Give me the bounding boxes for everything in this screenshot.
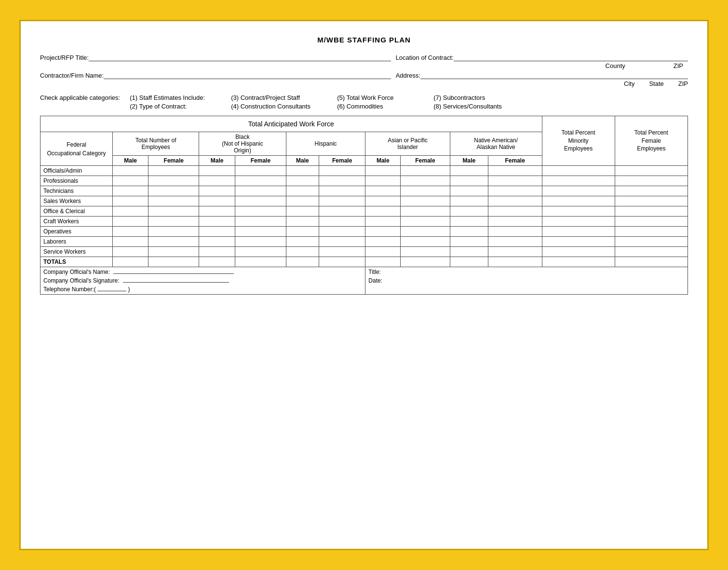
row-officials-am: [365, 166, 401, 176]
telephone-label: Telephone Number:(: [43, 286, 96, 293]
row-craft-am: [365, 217, 401, 227]
project-rfp-line: [89, 53, 391, 61]
row-officials-tf: [148, 166, 199, 176]
zip-label: ZIP: [674, 62, 683, 69]
row-laborers-nm: [450, 237, 488, 247]
total-female-sub-header: Female: [148, 156, 199, 166]
row-laborers-hf: [319, 237, 365, 247]
row-office-hf: [319, 206, 365, 217]
row-service-pfem: [615, 247, 688, 257]
row-officials-hm: [286, 166, 319, 176]
row-professionals-am: [365, 176, 401, 186]
row-office: Office & Clerical: [40, 206, 688, 217]
row-craft-hf: [319, 217, 365, 227]
row-professionals-nm: [450, 176, 488, 186]
totals-pmin: [542, 257, 615, 267]
row-technicians-tf: [148, 186, 199, 196]
state-label: State: [649, 80, 663, 87]
row-professionals-hf: [319, 176, 365, 186]
row-professionals-tm: [113, 176, 148, 186]
row-professionals: Professionals: [40, 176, 688, 186]
col-hispanic-header: Hispanic: [286, 132, 365, 156]
row-service-label: Service Workers: [40, 247, 113, 257]
row-technicians-af: [401, 186, 450, 196]
row-professionals-hm: [286, 176, 319, 186]
row-technicians-label: Technicians: [40, 186, 113, 196]
black-female-header: Female: [235, 156, 286, 166]
row-sales-pmin: [542, 196, 615, 206]
row-craft-tf: [148, 217, 199, 227]
row-office-af: [401, 206, 450, 217]
row-contractor: Contractor/Firm Name: Address:: [40, 70, 688, 79]
location-label: Location of Contract:: [396, 54, 454, 61]
row-technicians-bf: [235, 186, 286, 196]
row-office-nf: [488, 206, 542, 217]
row-officials-pfem: [615, 166, 688, 176]
row-technicians-hm: [286, 186, 319, 196]
page: M/WBE STAFFING PLAN Project/RFP Title: L…: [19, 20, 709, 550]
row-craft-af: [401, 217, 450, 227]
categories-row: Check applicable categories: (1) Staff E…: [40, 94, 688, 110]
row-project: Project/RFP Title: Location of Contract:: [40, 53, 688, 61]
total-female-header: Total PercentFemaleEmployees: [615, 116, 688, 166]
totals-hm: [286, 257, 319, 267]
contractor-label: Contractor/Firm Name:: [40, 72, 104, 79]
row-professionals-tf: [148, 176, 199, 186]
cat-3: (3) Contract/Project Staff: [231, 94, 337, 101]
row-technicians-nf: [488, 186, 542, 196]
totals-tm: [113, 257, 148, 267]
row-office-bf: [235, 206, 286, 217]
table-body: Officials/Admin Professionals: [40, 166, 688, 295]
row-office-pmin: [542, 206, 615, 217]
row-craft-pmin: [542, 217, 615, 227]
row-sales-bm: [199, 196, 235, 206]
row-office-tf: [148, 206, 199, 217]
row-sales-am: [365, 196, 401, 206]
col-total-emp-header: Total Number ofEmployees: [113, 132, 199, 156]
row-sales-bf: [235, 196, 286, 206]
row-service-nm: [450, 247, 488, 257]
staffing-table: Total Anticipated Work Force Total Perce…: [40, 116, 688, 295]
company-name-line: Company Official's Name:: [43, 269, 363, 275]
totals-hf: [319, 257, 365, 267]
footer-right: Title: Date:: [365, 267, 688, 295]
row-technicians-bm: [199, 186, 235, 196]
row-office-pfem: [615, 206, 688, 217]
row-officials-bm: [199, 166, 235, 176]
footer-row: Company Official's Name: Company Officia…: [40, 267, 688, 295]
totals-nf: [488, 257, 542, 267]
row-officials-nm: [450, 166, 488, 176]
row-sales: Sales Workers: [40, 196, 688, 206]
company-sig-label: Company Official's Signature:: [43, 277, 119, 284]
row-operatives-nf: [488, 227, 542, 237]
row-craft-bm: [199, 217, 235, 227]
totals-am: [365, 257, 401, 267]
row-service-bf: [235, 247, 286, 257]
row-laborers-am: [365, 237, 401, 247]
row-service-bm: [199, 247, 235, 257]
row-officials-nf: [488, 166, 542, 176]
row-operatives-af: [401, 227, 450, 237]
col-black-header: Black(Not of HispanicOrigin): [199, 132, 286, 156]
telephone-line: Telephone Number:( ): [43, 286, 363, 293]
row-operatives-pmin: [542, 227, 615, 237]
row-professionals-pfem: [615, 176, 688, 186]
form-fields: Project/RFP Title: Location of Contract:…: [40, 53, 688, 87]
row-officials-hf: [319, 166, 365, 176]
row-laborers-bm: [199, 237, 235, 247]
date-line: Date:: [368, 277, 686, 284]
row-sales-af: [401, 196, 450, 206]
row-operatives-bm: [199, 227, 235, 237]
cat-5: (5) Total Work Force: [337, 94, 433, 101]
row-professionals-af: [401, 176, 450, 186]
row-operatives: Operatives: [40, 227, 688, 237]
totals-bf: [235, 257, 286, 267]
row-operatives-am: [365, 227, 401, 237]
cat-6: (6) Commodities: [337, 103, 433, 110]
row-technicians-nm: [450, 186, 488, 196]
row-service: Service Workers: [40, 247, 688, 257]
row-operatives-nm: [450, 227, 488, 237]
total-anticipated-header: Total Anticipated Work Force: [40, 116, 542, 132]
telephone-end: ): [128, 286, 130, 293]
categories-label: Check applicable categories:: [40, 94, 120, 101]
